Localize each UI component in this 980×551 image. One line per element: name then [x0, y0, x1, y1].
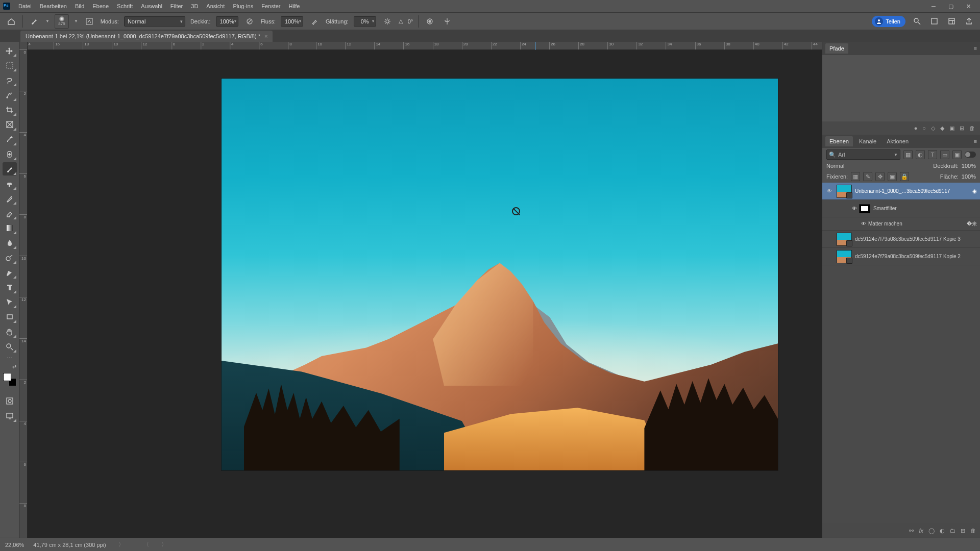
lasso-tool[interactable] — [3, 73, 17, 87]
canvas-area[interactable]: 1416181012024681012141618202224262830323… — [28, 42, 822, 538]
layer-thumbnail[interactable] — [837, 250, 852, 263]
menu-bild[interactable]: Bild — [71, 0, 88, 12]
visibility-toggle-icon[interactable]: 👁 — [822, 188, 837, 194]
menu-filter[interactable]: Filter — [166, 0, 187, 12]
load-selection-icon[interactable]: ◇ — [931, 125, 935, 132]
layer-row[interactable]: 👁 Smartfilter — [822, 200, 980, 217]
airbrush-icon[interactable] — [308, 15, 321, 28]
clone-stamp-tool[interactable] — [3, 177, 17, 190]
menu-plugins[interactable]: Plug-ins — [229, 0, 257, 12]
tab-aktionen[interactable]: Aktionen — [883, 136, 913, 146]
new-path-icon[interactable]: ⊞ — [960, 125, 964, 132]
edit-toolbar-icon[interactable]: ⋯ — [3, 355, 17, 362]
add-mask-icon[interactable]: ▣ — [949, 125, 954, 132]
new-group-icon[interactable]: 🗀 — [950, 528, 955, 534]
filter-shape-icon[interactable]: ▭ — [940, 150, 949, 159]
lock-all-icon[interactable]: 🔒 — [900, 172, 909, 181]
filter-pixel-icon[interactable]: ▦ — [903, 150, 913, 159]
horizontal-ruler[interactable]: 1416181012024681012141618202224262830323… — [28, 42, 822, 50]
close-icon[interactable]: × — [264, 33, 267, 39]
opacity-field[interactable]: 100% — [216, 16, 238, 27]
visibility-toggle-icon[interactable]: 👁 — [859, 221, 868, 227]
healing-brush-tool[interactable] — [3, 147, 17, 161]
rectangle-tool[interactable] — [3, 310, 17, 323]
swap-colors-icon[interactable]: ⇄ — [3, 363, 16, 369]
symmetry-icon[interactable] — [441, 15, 453, 28]
workspace-switcher-icon[interactable] — [945, 15, 958, 28]
layer-row[interactable]: dc59124e7f79a08c3bca509fec5d9117 Kopie 2 — [822, 248, 980, 265]
quick-mask-icon[interactable] — [3, 394, 17, 408]
history-brush-tool[interactable] — [3, 192, 17, 205]
window-maximize-button[interactable]: ▢ — [942, 0, 960, 12]
window-minimize-button[interactable]: ─ — [925, 0, 942, 12]
filter-toggle[interactable] — [965, 152, 976, 158]
layer-row[interactable]: 👁 Unbenannt-1_0000_…3bca509fec5d9117 ◉ — [822, 183, 980, 200]
dodge-tool[interactable] — [3, 251, 17, 264]
tab-ebenen[interactable]: Ebenen — [825, 136, 853, 146]
menu-auswahl[interactable]: Auswahl — [137, 0, 166, 12]
home-icon[interactable] — [5, 15, 17, 28]
layer-name[interactable]: Unbenannt-1_0000_…3bca509fec5d9117 — [855, 188, 972, 194]
pressure-size-icon[interactable] — [424, 15, 436, 28]
gradient-tool[interactable] — [3, 221, 17, 235]
arrange-documents-icon[interactable] — [928, 15, 940, 28]
lock-position-icon[interactable]: ✥ — [875, 172, 885, 181]
brush-preset-picker[interactable]: 875 — [55, 14, 69, 29]
layer-row[interactable]: 👁 Matter machen �来 — [822, 217, 980, 231]
menu-hilfe[interactable]: Hilfe — [284, 0, 304, 12]
status-menu-icon[interactable]: 〉 — [118, 541, 124, 548]
menu-3d[interactable]: 3D — [187, 0, 202, 12]
fill-path-icon[interactable]: ● — [914, 125, 918, 131]
document-info[interactable]: 41,79 cm x 28,1 cm (300 ppi) — [33, 542, 106, 548]
layer-blend-mode-select[interactable]: Normal — [826, 163, 883, 169]
layer-style-icon[interactable]: fx — [919, 528, 923, 534]
layer-opacity-field[interactable]: 100% — [962, 163, 976, 169]
filter-adjust-icon[interactable]: ◐ — [916, 150, 925, 159]
adjustment-layer-icon[interactable]: ◐ — [940, 528, 945, 534]
path-selection-tool[interactable] — [3, 295, 17, 309]
filter-smart-icon[interactable]: ▣ — [952, 150, 962, 159]
tab-kanaele[interactable]: Kanäle — [855, 136, 880, 146]
move-tool[interactable] — [3, 44, 17, 57]
smoothing-field[interactable]: 0% — [354, 16, 376, 27]
pen-tool[interactable] — [3, 266, 17, 279]
lock-transparency-icon[interactable]: ▦ — [851, 172, 860, 181]
blur-tool[interactable] — [3, 236, 17, 249]
eyedropper-tool[interactable] — [3, 133, 17, 146]
type-tool[interactable] — [3, 281, 17, 294]
layer-fill-field[interactable]: 100% — [962, 173, 976, 180]
layer-thumbnail[interactable] — [837, 185, 852, 198]
vertical-ruler[interactable]: 024681012142468 — [19, 42, 28, 538]
marquee-tool[interactable] — [3, 59, 17, 72]
filter-name[interactable]: Matter machen — [868, 221, 967, 227]
layer-name[interactable]: dc59124e7f79a08c3bca509fec5d9117 Kopie 3 — [855, 236, 980, 242]
menu-datei[interactable]: Datei — [14, 0, 36, 12]
brush-tool[interactable] — [3, 162, 17, 176]
menu-schrift[interactable]: Schrift — [113, 0, 137, 12]
pressure-opacity-icon[interactable] — [243, 15, 256, 28]
layer-row[interactable]: dc59124e7f79a08c3bca509fec5d9117 Kopie 3 — [822, 231, 980, 248]
menu-bearbeiten[interactable]: Bearbeiten — [36, 0, 71, 12]
delete-layer-icon[interactable]: 🗑 — [970, 528, 976, 534]
chevron-down-icon[interactable]: ▼ — [74, 19, 78, 23]
visibility-toggle-icon[interactable]: 👁 — [850, 206, 859, 211]
chevron-down-icon[interactable]: ▼ — [45, 19, 50, 23]
new-layer-icon[interactable]: ⊞ — [961, 528, 965, 534]
menu-fenster[interactable]: Fenster — [257, 0, 284, 12]
search-icon[interactable] — [911, 15, 923, 28]
document-canvas[interactable] — [222, 79, 778, 470]
layer-filter-select[interactable]: 🔍 Art ▼ — [826, 149, 900, 160]
menu-ebene[interactable]: Ebene — [88, 0, 113, 12]
add-mask-icon[interactable]: ◯ — [928, 528, 935, 534]
zoom-tool[interactable] — [3, 340, 17, 353]
eraser-tool[interactable] — [3, 207, 17, 220]
tab-pfade[interactable]: Pfade — [825, 43, 848, 54]
layer-name[interactable]: dc59124e7f79a08c3bca509fec5d9117 Kopie 2 — [855, 254, 980, 259]
link-layers-icon[interactable]: ⚯ — [909, 528, 914, 534]
brush-panel-icon[interactable] — [83, 15, 95, 28]
stroke-path-icon[interactable]: ○ — [922, 125, 926, 131]
delete-path-icon[interactable]: 🗑 — [969, 125, 975, 131]
share-button[interactable]: Teilen — [872, 16, 905, 27]
flow-field[interactable]: 100% — [281, 16, 303, 27]
zoom-level[interactable]: 22,06% — [5, 542, 24, 548]
